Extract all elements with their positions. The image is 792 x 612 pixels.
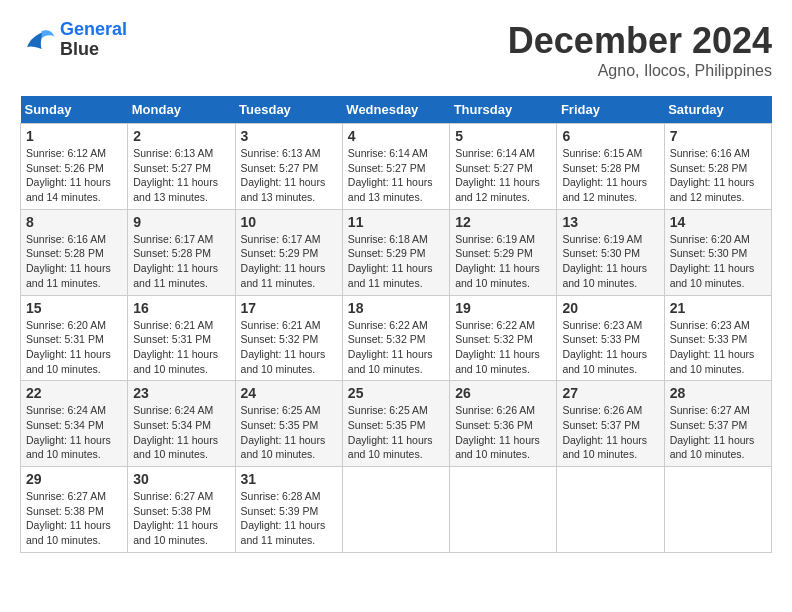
calendar-cell: 25Sunrise: 6:25 AM Sunset: 5:35 PM Dayli…: [342, 381, 449, 467]
title-block: December 2024 Agno, Ilocos, Philippines: [508, 20, 772, 80]
calendar-cell: 22Sunrise: 6:24 AM Sunset: 5:34 PM Dayli…: [21, 381, 128, 467]
day-info: Sunrise: 6:13 AM Sunset: 5:27 PM Dayligh…: [241, 146, 337, 205]
calendar-cell: 29Sunrise: 6:27 AM Sunset: 5:38 PM Dayli…: [21, 467, 128, 553]
calendar-cell: [342, 467, 449, 553]
calendar-table: Sunday Monday Tuesday Wednesday Thursday…: [20, 96, 772, 553]
col-tuesday: Tuesday: [235, 96, 342, 124]
day-number: 15: [26, 300, 122, 316]
day-info: Sunrise: 6:18 AM Sunset: 5:29 PM Dayligh…: [348, 232, 444, 291]
day-info: Sunrise: 6:19 AM Sunset: 5:30 PM Dayligh…: [562, 232, 658, 291]
day-number: 4: [348, 128, 444, 144]
calendar-week-3: 15Sunrise: 6:20 AM Sunset: 5:31 PM Dayli…: [21, 295, 772, 381]
day-info: Sunrise: 6:26 AM Sunset: 5:36 PM Dayligh…: [455, 403, 551, 462]
day-number: 22: [26, 385, 122, 401]
day-number: 18: [348, 300, 444, 316]
col-thursday: Thursday: [450, 96, 557, 124]
day-info: Sunrise: 6:17 AM Sunset: 5:28 PM Dayligh…: [133, 232, 229, 291]
day-number: 30: [133, 471, 229, 487]
calendar-cell: 12Sunrise: 6:19 AM Sunset: 5:29 PM Dayli…: [450, 209, 557, 295]
calendar-cell: 8Sunrise: 6:16 AM Sunset: 5:28 PM Daylig…: [21, 209, 128, 295]
calendar-cell: 24Sunrise: 6:25 AM Sunset: 5:35 PM Dayli…: [235, 381, 342, 467]
day-info: Sunrise: 6:25 AM Sunset: 5:35 PM Dayligh…: [241, 403, 337, 462]
day-number: 8: [26, 214, 122, 230]
month-title: December 2024: [508, 20, 772, 62]
calendar-cell: 23Sunrise: 6:24 AM Sunset: 5:34 PM Dayli…: [128, 381, 235, 467]
day-number: 16: [133, 300, 229, 316]
header-row: Sunday Monday Tuesday Wednesday Thursday…: [21, 96, 772, 124]
day-number: 9: [133, 214, 229, 230]
col-saturday: Saturday: [664, 96, 771, 124]
day-info: Sunrise: 6:22 AM Sunset: 5:32 PM Dayligh…: [348, 318, 444, 377]
day-info: Sunrise: 6:19 AM Sunset: 5:29 PM Dayligh…: [455, 232, 551, 291]
day-number: 7: [670, 128, 766, 144]
day-number: 25: [348, 385, 444, 401]
calendar-cell: 1Sunrise: 6:12 AM Sunset: 5:26 PM Daylig…: [21, 124, 128, 210]
day-number: 21: [670, 300, 766, 316]
day-number: 19: [455, 300, 551, 316]
day-number: 1: [26, 128, 122, 144]
day-number: 13: [562, 214, 658, 230]
day-info: Sunrise: 6:28 AM Sunset: 5:39 PM Dayligh…: [241, 489, 337, 548]
calendar-week-5: 29Sunrise: 6:27 AM Sunset: 5:38 PM Dayli…: [21, 467, 772, 553]
calendar-cell: 15Sunrise: 6:20 AM Sunset: 5:31 PM Dayli…: [21, 295, 128, 381]
day-number: 12: [455, 214, 551, 230]
calendar-cell: 17Sunrise: 6:21 AM Sunset: 5:32 PM Dayli…: [235, 295, 342, 381]
day-info: Sunrise: 6:20 AM Sunset: 5:30 PM Dayligh…: [670, 232, 766, 291]
day-info: Sunrise: 6:12 AM Sunset: 5:26 PM Dayligh…: [26, 146, 122, 205]
day-info: Sunrise: 6:16 AM Sunset: 5:28 PM Dayligh…: [670, 146, 766, 205]
calendar-cell: 4Sunrise: 6:14 AM Sunset: 5:27 PM Daylig…: [342, 124, 449, 210]
calendar-cell: 28Sunrise: 6:27 AM Sunset: 5:37 PM Dayli…: [664, 381, 771, 467]
calendar-cell: 21Sunrise: 6:23 AM Sunset: 5:33 PM Dayli…: [664, 295, 771, 381]
calendar-cell: 2Sunrise: 6:13 AM Sunset: 5:27 PM Daylig…: [128, 124, 235, 210]
calendar-cell: 14Sunrise: 6:20 AM Sunset: 5:30 PM Dayli…: [664, 209, 771, 295]
day-number: 28: [670, 385, 766, 401]
calendar-cell: 7Sunrise: 6:16 AM Sunset: 5:28 PM Daylig…: [664, 124, 771, 210]
calendar-cell: 31Sunrise: 6:28 AM Sunset: 5:39 PM Dayli…: [235, 467, 342, 553]
calendar-week-4: 22Sunrise: 6:24 AM Sunset: 5:34 PM Dayli…: [21, 381, 772, 467]
logo: General Blue: [20, 20, 127, 60]
day-info: Sunrise: 6:27 AM Sunset: 5:38 PM Dayligh…: [133, 489, 229, 548]
calendar-cell: 5Sunrise: 6:14 AM Sunset: 5:27 PM Daylig…: [450, 124, 557, 210]
day-number: 6: [562, 128, 658, 144]
logo-text: General Blue: [60, 20, 127, 60]
day-info: Sunrise: 6:20 AM Sunset: 5:31 PM Dayligh…: [26, 318, 122, 377]
day-info: Sunrise: 6:27 AM Sunset: 5:37 PM Dayligh…: [670, 403, 766, 462]
day-info: Sunrise: 6:13 AM Sunset: 5:27 PM Dayligh…: [133, 146, 229, 205]
calendar-cell: [664, 467, 771, 553]
day-number: 11: [348, 214, 444, 230]
day-info: Sunrise: 6:14 AM Sunset: 5:27 PM Dayligh…: [348, 146, 444, 205]
calendar-cell: 26Sunrise: 6:26 AM Sunset: 5:36 PM Dayli…: [450, 381, 557, 467]
day-number: 14: [670, 214, 766, 230]
day-info: Sunrise: 6:16 AM Sunset: 5:28 PM Dayligh…: [26, 232, 122, 291]
calendar-cell: 10Sunrise: 6:17 AM Sunset: 5:29 PM Dayli…: [235, 209, 342, 295]
location-title: Agno, Ilocos, Philippines: [508, 62, 772, 80]
day-info: Sunrise: 6:26 AM Sunset: 5:37 PM Dayligh…: [562, 403, 658, 462]
calendar-week-2: 8Sunrise: 6:16 AM Sunset: 5:28 PM Daylig…: [21, 209, 772, 295]
day-info: Sunrise: 6:15 AM Sunset: 5:28 PM Dayligh…: [562, 146, 658, 205]
calendar-cell: 30Sunrise: 6:27 AM Sunset: 5:38 PM Dayli…: [128, 467, 235, 553]
calendar-week-1: 1Sunrise: 6:12 AM Sunset: 5:26 PM Daylig…: [21, 124, 772, 210]
calendar-cell: 18Sunrise: 6:22 AM Sunset: 5:32 PM Dayli…: [342, 295, 449, 381]
day-number: 27: [562, 385, 658, 401]
day-number: 31: [241, 471, 337, 487]
calendar-cell: 3Sunrise: 6:13 AM Sunset: 5:27 PM Daylig…: [235, 124, 342, 210]
calendar-cell: 11Sunrise: 6:18 AM Sunset: 5:29 PM Dayli…: [342, 209, 449, 295]
day-info: Sunrise: 6:24 AM Sunset: 5:34 PM Dayligh…: [26, 403, 122, 462]
day-info: Sunrise: 6:21 AM Sunset: 5:32 PM Dayligh…: [241, 318, 337, 377]
col-monday: Monday: [128, 96, 235, 124]
day-info: Sunrise: 6:25 AM Sunset: 5:35 PM Dayligh…: [348, 403, 444, 462]
calendar-cell: 16Sunrise: 6:21 AM Sunset: 5:31 PM Dayli…: [128, 295, 235, 381]
calendar-cell: 20Sunrise: 6:23 AM Sunset: 5:33 PM Dayli…: [557, 295, 664, 381]
day-info: Sunrise: 6:27 AM Sunset: 5:38 PM Dayligh…: [26, 489, 122, 548]
day-number: 29: [26, 471, 122, 487]
col-friday: Friday: [557, 96, 664, 124]
logo-icon: [20, 22, 56, 58]
page-header: General Blue December 2024 Agno, Ilocos,…: [20, 20, 772, 80]
calendar-cell: 6Sunrise: 6:15 AM Sunset: 5:28 PM Daylig…: [557, 124, 664, 210]
calendar-cell: [450, 467, 557, 553]
day-number: 5: [455, 128, 551, 144]
calendar-cell: 9Sunrise: 6:17 AM Sunset: 5:28 PM Daylig…: [128, 209, 235, 295]
calendar-cell: 13Sunrise: 6:19 AM Sunset: 5:30 PM Dayli…: [557, 209, 664, 295]
day-number: 24: [241, 385, 337, 401]
day-number: 20: [562, 300, 658, 316]
